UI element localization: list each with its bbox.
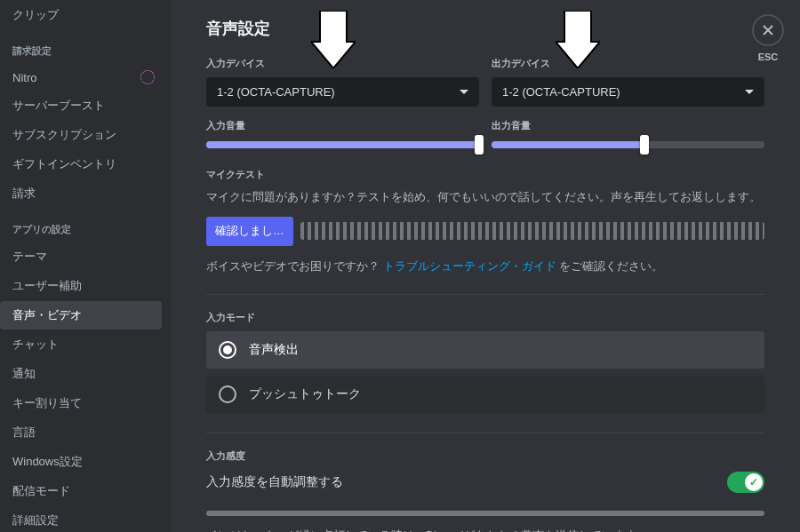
sidebar-item-label: 通知 (12, 366, 36, 382)
sidebar-item[interactable]: キー割り当て (0, 389, 162, 417)
radio-checked-icon (219, 341, 236, 359)
auto-sensitivity-label: 入力感度を自動調整する (206, 474, 343, 490)
troubleshoot-link[interactable]: トラブルシューティング・ガイド (383, 259, 556, 273)
mic-test-label: マイクテスト (206, 168, 764, 181)
radio-label: 音声検出 (249, 342, 299, 358)
nitro-icon (140, 70, 155, 84)
sidebar-item-label: 詳細設定 (12, 512, 59, 528)
input-sensitivity-label: 入力感度 (206, 449, 764, 463)
sidebar-category: 請求設定 (0, 30, 162, 63)
sidebar-item[interactable]: テーマ (0, 242, 162, 271)
settings-sidebar: クリップ請求設定Nitroサーバーブーストサブスクリプションギフトインベントリ請… (0, 0, 171, 532)
divider (206, 433, 764, 433)
page-title: 音声設定 (206, 18, 764, 39)
sidebar-item-label: テーマ (12, 249, 47, 265)
sidebar-item[interactable]: 言語 (0, 418, 162, 447)
sidebar-item[interactable]: 通知 (0, 360, 162, 388)
slider-fill (492, 141, 644, 148)
input-volume-slider[interactable] (206, 141, 479, 148)
sidebar-item-label: ギフトインベントリ (12, 156, 116, 172)
esc-label: ESC (752, 52, 784, 62)
slider-fill (206, 141, 479, 148)
sidebar-item[interactable]: チャット (0, 330, 162, 359)
close-button[interactable] (752, 14, 784, 46)
sidebar-item-label: 音声・ビデオ (12, 307, 82, 323)
sidebar-item-label: Nitro (12, 71, 36, 84)
sidebar-item[interactable]: Windows設定 (0, 448, 162, 476)
annotation-arrow-icon (311, 11, 356, 68)
sidebar-item-label: サーバーブースト (12, 98, 105, 114)
sidebar-item-label: 請求 (12, 186, 36, 202)
mic-level-meter (300, 222, 765, 240)
annotation-arrow-icon (556, 11, 600, 68)
slider-thumb[interactable] (640, 135, 649, 155)
chevron-down-icon (460, 90, 468, 94)
sidebar-item-label: 言語 (12, 425, 36, 441)
sidebar-item[interactable]: 配信モード (0, 477, 162, 505)
close-region: ESC (752, 14, 784, 62)
sidebar-item[interactable]: 詳細設定 (0, 506, 162, 532)
sidebar-item-label: Windows設定 (12, 454, 83, 470)
sidebar-item[interactable]: サブスクリプション (0, 121, 162, 149)
sidebar-item-label: サブスクリプション (12, 127, 116, 143)
sensitivity-help-text: インジケーターが緑に点灯している時は、Discordがあなたの美声を送信していま… (206, 528, 764, 533)
divider (206, 294, 764, 295)
input-volume-label: 入力音量 (206, 119, 479, 132)
input-mode-label: 入力モード (206, 311, 764, 324)
sidebar-item-label: 配信モード (12, 483, 70, 499)
input-device-value: 1-2 (OCTA-CAPTURE) (217, 85, 335, 99)
radio-label: プッシュトゥトーク (249, 386, 361, 402)
chevron-down-icon (745, 90, 754, 94)
output-volume-slider[interactable] (492, 141, 764, 148)
output-device-value: 1-2 (OCTA-CAPTURE) (502, 85, 620, 99)
sidebar-item-label: チャット (12, 337, 59, 353)
sidebar-item-label: ユーザー補助 (12, 278, 82, 294)
sidebar-item-label: キー割り当て (12, 395, 82, 411)
auto-sensitivity-toggle[interactable]: ✓ (727, 472, 764, 493)
sidebar-category: アプリの設定 (0, 209, 162, 242)
radio-unchecked-icon (219, 385, 236, 403)
sidebar-item[interactable]: Nitro (0, 64, 162, 91)
sidebar-item[interactable]: ギフトインベントリ (0, 150, 162, 179)
check-icon: ✓ (749, 476, 758, 488)
input-device-select[interactable]: 1-2 (OCTA-CAPTURE) (206, 77, 479, 107)
sidebar-item[interactable]: ユーザー補助 (0, 272, 162, 300)
sidebar-item[interactable]: サーバーブースト (0, 91, 162, 120)
close-icon (761, 23, 775, 37)
sidebar-item[interactable]: クリップ (0, 1, 162, 29)
settings-content: 音声設定 入力デバイス 1-2 (OCTA-CAPTURE) 出力デバイス 1-… (171, 0, 800, 532)
input-mode-push-to-talk[interactable]: プッシュトゥトーク (206, 376, 764, 413)
output-volume-label: 出力音量 (492, 119, 764, 132)
toggle-thumb: ✓ (745, 473, 763, 491)
sensitivity-indicator (206, 511, 764, 516)
output-device-label: 出力デバイス (492, 57, 764, 70)
mic-test-description: マイクに問題がありますか？テストを始め、何でもいいので話してください。声を再生し… (206, 188, 764, 206)
sidebar-item[interactable]: 音声・ビデオ (0, 301, 162, 330)
input-mode-voice-activity[interactable]: 音声検出 (206, 331, 764, 369)
mic-test-button[interactable]: 確認しまし… (206, 217, 293, 246)
sidebar-item-label: クリップ (12, 7, 59, 23)
troubleshoot-text: ボイスやビデオでお困りですか？ トラブルシューティング・ガイド をご確認ください… (206, 258, 764, 274)
sidebar-item[interactable]: 請求 (0, 179, 162, 208)
slider-thumb[interactable] (475, 135, 484, 155)
output-device-select[interactable]: 1-2 (OCTA-CAPTURE) (492, 77, 764, 107)
